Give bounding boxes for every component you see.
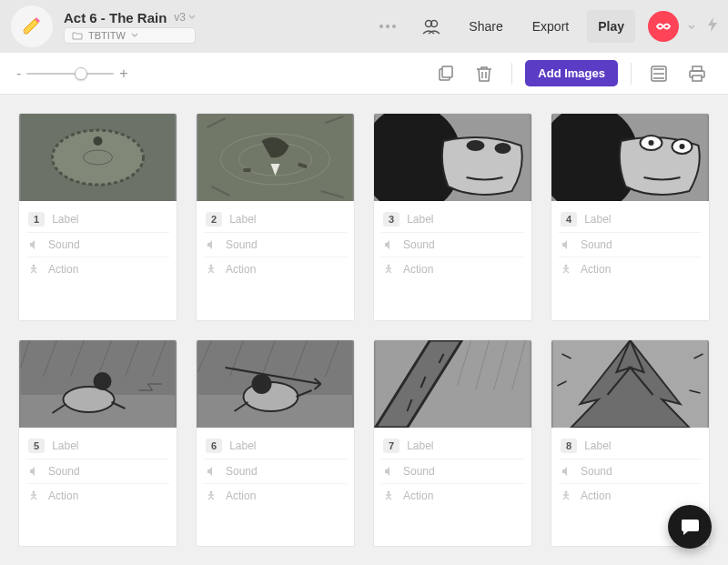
action-field[interactable]: Action (559, 484, 702, 508)
zoom-slider[interactable] (26, 73, 114, 75)
toolbar-divider (511, 63, 512, 85)
chat-icon (679, 516, 701, 538)
action-field[interactable]: Action (26, 484, 169, 508)
share-button[interactable]: Share (458, 10, 513, 43)
chat-launcher[interactable] (668, 505, 712, 549)
zoom-in[interactable]: + (119, 66, 127, 82)
brand-badge[interactable] (648, 11, 679, 42)
storyboard-card[interactable]: 7Label Sound Action (373, 339, 532, 548)
zoom-thumb[interactable] (75, 67, 87, 80)
sound-field[interactable]: Sound (204, 459, 347, 484)
project-title[interactable]: Act 6 - The Rain (64, 10, 167, 25)
sound-icon (383, 239, 394, 250)
version-selector[interactable]: v3 (174, 11, 196, 24)
sound-icon (28, 239, 39, 250)
storyboard-card[interactable]: 3Label Sound Action (373, 113, 532, 321)
duplicate-button[interactable] (431, 59, 460, 88)
frame-number: 3 (383, 212, 399, 227)
thumbnail[interactable] (197, 114, 354, 201)
thumbnail[interactable] (551, 340, 709, 428)
svg-rect-6 (442, 66, 452, 77)
action-field[interactable]: Action (26, 257, 169, 281)
sound-field[interactable]: Sound (26, 233, 169, 257)
thumbnail[interactable] (551, 114, 709, 201)
chevron-down-icon (688, 25, 695, 30)
storyboard-card[interactable]: 4Label Sound Action (551, 113, 710, 321)
sound-field[interactable]: Sound (381, 233, 524, 257)
chevron-down-icon (188, 15, 196, 20)
action-field[interactable]: Action (381, 257, 524, 281)
label-field[interactable]: 7Label (381, 433, 524, 459)
sound-icon (28, 466, 39, 477)
frame-number: 1 (28, 212, 45, 227)
thumbnail[interactable] (374, 340, 531, 428)
folder-icon (72, 31, 83, 40)
action-icon (206, 264, 217, 275)
storyboard-card[interactable]: 1Label Sound Action (18, 113, 177, 321)
label-field[interactable]: 6Label (204, 433, 347, 459)
svg-point-2 (392, 25, 396, 28)
label-field[interactable]: 3Label (381, 207, 524, 233)
svg-point-26 (495, 143, 511, 154)
frame-number: 4 (561, 212, 577, 227)
action-icon (28, 490, 39, 501)
thumbnail[interactable] (374, 114, 531, 201)
app-header: Act 6 - The Rain v3 TBTITW Share Export … (0, 0, 728, 53)
card-fields: 7Label Sound Action (374, 428, 531, 515)
sound-field[interactable]: Sound (26, 459, 169, 484)
more-menu[interactable] (370, 10, 405, 43)
label-field[interactable]: 8Label (559, 433, 702, 459)
sound-icon (561, 466, 571, 477)
export-button[interactable]: Export (521, 10, 580, 43)
label-field[interactable]: 1Label (26, 207, 169, 233)
sound-field[interactable]: Sound (559, 459, 702, 484)
quick-action[interactable] (708, 17, 717, 35)
chevron-down-icon (131, 33, 138, 38)
add-images-button[interactable]: Add Images (525, 60, 618, 86)
sound-icon (206, 466, 217, 477)
people-icon (421, 18, 441, 35)
thumbnail[interactable] (19, 340, 177, 428)
list-icon (651, 66, 667, 82)
action-field[interactable]: Action (204, 257, 347, 281)
frame-number: 7 (383, 439, 399, 453)
sound-icon (383, 466, 394, 477)
storyboard-card[interactable]: 5Label Sound Action (18, 339, 177, 548)
label-field[interactable]: 4Label (559, 207, 702, 233)
action-field[interactable]: Action (204, 484, 347, 508)
action-icon (561, 264, 571, 275)
svg-point-1 (386, 25, 389, 28)
thumbnail[interactable] (197, 340, 354, 428)
sound-icon (206, 239, 217, 250)
sound-field[interactable]: Sound (559, 233, 702, 257)
svg-rect-21 (244, 168, 251, 172)
delete-button[interactable] (470, 59, 499, 88)
sound-icon (561, 239, 571, 250)
list-view-button[interactable] (644, 59, 673, 88)
zoom-out[interactable]: - (16, 66, 21, 82)
play-button[interactable]: Play (587, 10, 635, 43)
storyboard-card[interactable]: 2Label Sound Action (196, 113, 355, 321)
svg-rect-10 (693, 76, 702, 81)
trash-icon (476, 65, 492, 83)
print-button[interactable] (682, 59, 712, 88)
brand-menu-caret[interactable] (688, 22, 695, 32)
action-field[interactable]: Action (559, 257, 702, 281)
sound-field[interactable]: Sound (204, 233, 347, 257)
bolt-icon (708, 17, 717, 32)
frame-number: 2 (206, 212, 222, 227)
label-field[interactable]: 2Label (204, 207, 347, 233)
label-field[interactable]: 5Label (26, 433, 169, 459)
collaborators-button[interactable] (412, 10, 450, 43)
folder-selector[interactable]: TBTITW (64, 27, 196, 44)
sound-field[interactable]: Sound (381, 459, 524, 484)
toolbar-divider (631, 63, 632, 85)
frame-number: 8 (561, 439, 577, 453)
thumbnail[interactable] (19, 114, 177, 201)
storyboard-card[interactable]: 6Label Sound Action (196, 339, 355, 548)
copy-icon (437, 65, 455, 83)
app-logo[interactable] (11, 5, 53, 47)
card-fields: 5Label Sound Action (19, 428, 177, 515)
card-fields: 6Label Sound Action (197, 428, 354, 515)
action-field[interactable]: Action (381, 484, 524, 508)
